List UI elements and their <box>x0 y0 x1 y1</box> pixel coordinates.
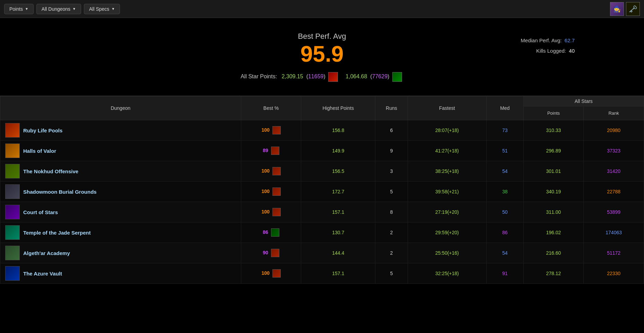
rank-cell: 22330 <box>584 263 644 284</box>
med-cell: 73 <box>486 120 523 141</box>
highest-points-cell: 149.9 <box>301 141 375 161</box>
table-row[interactable]: Shadowmoon Burial Grounds 100 172.7 5 39… <box>0 182 644 202</box>
col-med-header: Med <box>486 96 523 120</box>
highest-points-cell: 156.8 <box>301 120 375 141</box>
fastest-cell: 28:07(+18) <box>408 120 486 141</box>
best-pct-cell: 100 <box>241 202 301 222</box>
table-row[interactable]: Temple of the Jade Serpent 86 130.7 2 29… <box>0 222 644 243</box>
med-cell: 51 <box>486 141 523 161</box>
dungeon-thumbnail <box>5 143 20 158</box>
kills-label: Kills Logged: <box>536 48 566 54</box>
col-points-sub: Points <box>523 106 584 120</box>
points-cell: 278.12 <box>523 263 584 284</box>
col-fastest-header: Fastest <box>408 96 486 120</box>
asp1-icon <box>328 72 338 82</box>
dungeon-name: Court of Stars <box>23 209 58 215</box>
asp1-rank: 11659 <box>308 73 324 79</box>
best-pct-value: 86 <box>263 229 268 235</box>
med-cell: 54 <box>486 161 523 182</box>
dungeon-thumbnail <box>5 246 20 260</box>
best-pct-icon <box>272 187 281 196</box>
rank-cell: 22788 <box>584 182 644 202</box>
highest-points-cell: 144.4 <box>301 243 375 263</box>
col-dungeon-header: Dungeon <box>0 96 241 120</box>
points-cell: 311.00 <box>523 202 584 222</box>
dungeon-thumbnail <box>5 164 20 178</box>
best-pct-icon <box>272 126 281 134</box>
dungeon-thumbnail <box>5 266 20 281</box>
asp2-value: 1,064.68 <box>346 73 367 79</box>
runs-cell: 5 <box>375 263 408 284</box>
runs-cell: 2 <box>375 243 408 263</box>
asp1-value: 2,309.15 <box>281 73 303 79</box>
kills-value: 40 <box>569 48 575 54</box>
kills-row: Kills Logged: 40 <box>521 46 575 56</box>
dungeon-name: Ruby Life Pools <box>23 128 62 133</box>
table-body: Ruby Life Pools 100 156.8 6 28:07(+18) 7… <box>0 120 644 284</box>
key-icon[interactable]: 🗝️ <box>626 2 640 16</box>
best-pct-cell: 86 <box>241 222 301 243</box>
dungeon-cell: Algeth'ar Academy <box>0 243 241 263</box>
med-cell: 86 <box>486 222 523 243</box>
nav-right: 🧙 🗝️ <box>610 2 640 16</box>
highest-points-cell: 157.1 <box>301 263 375 284</box>
table-row[interactable]: Halls of Valor 89 149.9 9 41:27(+18) 51 … <box>0 141 644 161</box>
med-cell: 38 <box>486 182 523 202</box>
best-pct-icon <box>272 269 281 278</box>
fastest-cell: 39:58(+21) <box>408 182 486 202</box>
best-pct-value: 89 <box>263 148 268 153</box>
fastest-cell: 27:19(+20) <box>408 202 486 222</box>
table-row[interactable]: Court of Stars 100 157.1 8 27:19(+20) 50… <box>0 202 644 222</box>
points-cell: 296.89 <box>523 141 584 161</box>
dungeon-cell: The Azure Vault <box>0 263 241 284</box>
best-pct-cell: 100 <box>241 161 301 182</box>
rank-cell: 31420 <box>584 161 644 182</box>
table-row[interactable]: Algeth'ar Academy 90 144.4 2 25:50(+16) … <box>0 243 644 263</box>
table-row[interactable]: The Azure Vault 100 157.1 5 32:25(+18) 9… <box>0 263 644 284</box>
points-cell: 340.19 <box>523 182 584 202</box>
specs-button[interactable]: All Specs ▼ <box>84 4 120 14</box>
best-pct-icon <box>272 167 281 175</box>
best-pct-cell: 100 <box>241 182 301 202</box>
rank-cell: 20980 <box>584 120 644 141</box>
med-cell: 54 <box>486 243 523 263</box>
rank-cell: 51172 <box>584 243 644 263</box>
specs-label: All Specs <box>89 6 109 12</box>
asp2-rank: 77629 <box>372 73 388 79</box>
dungeon-cell: Halls of Valor <box>0 141 241 161</box>
dungeon-cell: The Nokhud Offensive <box>0 161 241 182</box>
runs-cell: 5 <box>375 182 408 202</box>
best-pct-cell: 100 <box>241 263 301 284</box>
avatar-icon[interactable]: 🧙 <box>610 2 624 16</box>
dungeon-thumbnail <box>5 184 20 199</box>
dungeon-name: Temple of the Jade Serpent <box>23 230 91 236</box>
fastest-cell: 41:27(+18) <box>408 141 486 161</box>
specs-chevron: ▼ <box>111 7 115 11</box>
dungeon-name: The Azure Vault <box>23 271 62 277</box>
table-row[interactable]: Ruby Life Pools 100 156.8 6 28:07(+18) 7… <box>0 120 644 141</box>
best-pct-icon <box>271 147 279 155</box>
highest-points-cell: 157.1 <box>301 202 375 222</box>
dungeon-cell: Ruby Life Pools <box>0 120 241 141</box>
best-pct-value: 100 <box>261 168 269 174</box>
rank-cell: 53899 <box>584 202 644 222</box>
best-pct-cell: 90 <box>241 243 301 263</box>
col-runs-header: Runs <box>375 96 408 120</box>
best-pct-value: 100 <box>261 209 269 214</box>
table-row[interactable]: The Nokhud Offensive 100 156.5 3 38:25(+… <box>0 161 644 182</box>
header-row-1: Dungeon Best % Highest Points Runs Faste… <box>0 96 644 106</box>
best-pct-value: 90 <box>263 250 268 255</box>
dungeons-button[interactable]: All Dungeons ▼ <box>36 4 81 14</box>
top-nav: Points ▼ All Dungeons ▼ All Specs ▼ 🧙 🗝️ <box>0 0 644 18</box>
best-pct-cell: 89 <box>241 141 301 161</box>
dungeon-thumbnail <box>5 225 20 240</box>
runs-cell: 2 <box>375 222 408 243</box>
nav-left: Points ▼ All Dungeons ▼ All Specs ▼ <box>4 4 120 14</box>
runs-cell: 8 <box>375 202 408 222</box>
median-label: Median Perf. Avg: <box>521 37 562 43</box>
points-button[interactable]: Points ▼ <box>4 4 34 14</box>
dungeon-name: Algeth'ar Academy <box>23 250 70 256</box>
median-block: Median Perf. Avg: 62.7 Kills Logged: 40 <box>521 35 575 56</box>
highest-points-cell: 156.5 <box>301 161 375 182</box>
best-pct-icon <box>271 249 279 257</box>
